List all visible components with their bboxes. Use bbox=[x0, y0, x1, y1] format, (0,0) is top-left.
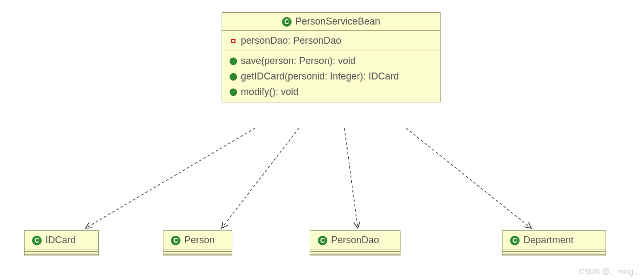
uml-operation: getIDCard(personid: Integer): IDCard bbox=[222, 69, 440, 84]
dependency-arrow bbox=[85, 128, 255, 228]
operation-text: getIDCard(personid: Integer): IDCard bbox=[241, 71, 399, 82]
uml-class-dependency: C IDCard bbox=[24, 230, 99, 255]
uml-class-attributes: personDao: PersonDao bbox=[222, 31, 440, 51]
private-icon bbox=[231, 39, 235, 43]
dependency-arrow bbox=[406, 128, 531, 228]
uml-footer bbox=[502, 250, 606, 255]
uml-class-title-row: C PersonServiceBean bbox=[222, 13, 440, 31]
uml-class-title-row: C IDCard bbox=[25, 231, 98, 250]
uml-class-dependency: C Department bbox=[502, 230, 606, 255]
uml-class-operations: save(person: Person): void getIDCard(per… bbox=[222, 51, 440, 102]
class-icon: C bbox=[171, 236, 180, 245]
attribute-text: personDao: PersonDao bbox=[241, 35, 341, 46]
uml-attribute: personDao: PersonDao bbox=[222, 33, 440, 49]
class-icon: C bbox=[32, 236, 42, 245]
uml-class-main: C PersonServiceBean personDao: PersonDao… bbox=[222, 12, 441, 102]
operation-text: save(person: Person): void bbox=[241, 55, 356, 67]
dependency-arrow bbox=[222, 128, 299, 228]
watermark: CSDN @。ming。 bbox=[579, 267, 641, 277]
class-icon: C bbox=[510, 236, 520, 245]
class-icon: C bbox=[318, 236, 327, 245]
operation-text: modify(): void bbox=[241, 86, 299, 98]
public-icon bbox=[230, 73, 237, 81]
uml-class-name: Person bbox=[184, 235, 215, 246]
uml-class-name: PersonDao bbox=[331, 235, 379, 246]
uml-class-title-row: C Person bbox=[163, 231, 232, 250]
uml-class-name: IDCard bbox=[45, 235, 76, 246]
uml-operation: modify(): void bbox=[222, 84, 440, 100]
public-icon bbox=[230, 58, 237, 65]
class-icon: C bbox=[282, 17, 292, 27]
public-icon bbox=[230, 89, 237, 96]
uml-operation: save(person: Person): void bbox=[222, 53, 440, 69]
uml-class-dependency: C Person bbox=[163, 230, 232, 255]
uml-footer bbox=[163, 250, 232, 255]
uml-class-name: Department bbox=[523, 235, 574, 246]
uml-footer bbox=[310, 250, 400, 255]
uml-class-dependency: C PersonDao bbox=[310, 230, 400, 255]
uml-footer bbox=[25, 250, 98, 255]
uml-class-name: PersonServiceBean bbox=[295, 16, 380, 27]
uml-class-title-row: C PersonDao bbox=[310, 231, 400, 250]
dependency-arrow bbox=[344, 128, 358, 228]
uml-class-title-row: C Department bbox=[502, 231, 606, 250]
